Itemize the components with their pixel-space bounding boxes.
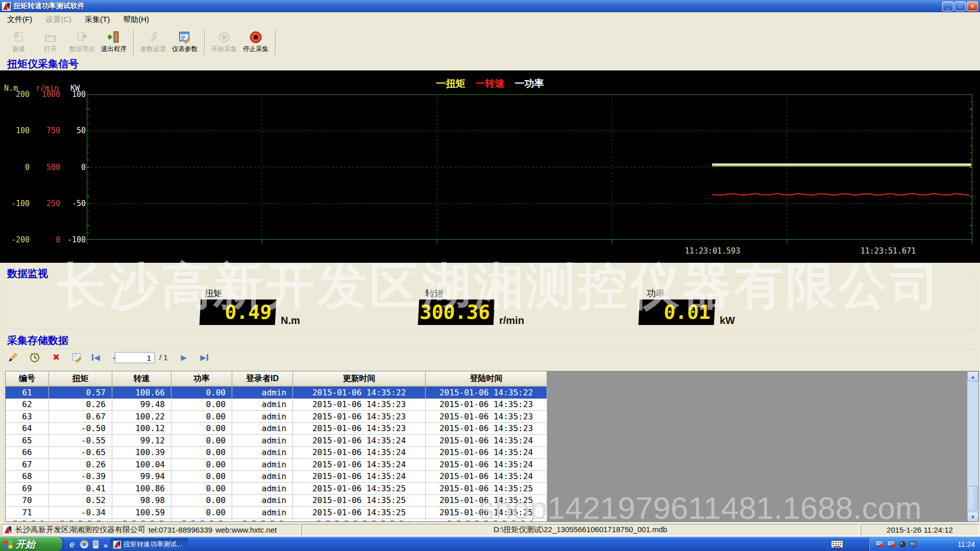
table-row[interactable]: 70 0.52 98.98 0.00 admin 2015-01-06 14:3… [6,495,547,507]
cell-power: 0.00 [172,423,232,435]
toolbar-button-label: 参数设置 [140,45,166,54]
menu-file[interactable]: 文件(F) [7,15,32,24]
app-window: 扭矩转速功率测试软件 _ □ ✕ 文件(F) 设置(C) 采集(T) 帮助(H)… [0,0,980,551]
quicklaunch-icon-2[interactable] [79,539,90,550]
new-button: 新建 [3,28,35,57]
status-company-panel: 长沙高新开发区湖湘测控仪器有限公司 tel:0731-88996339 web:… [1,524,300,536]
exit-door-icon [106,30,121,44]
next-page-button[interactable]: ▶ [178,351,190,363]
refresh-history-button[interactable] [29,351,41,363]
status-datetime: 2015-1-26 11:24:12 [887,525,953,534]
notepad-pencil-icon [71,352,82,363]
table-row[interactable]: 71 -0.34 100.59 0.00 admin 2015-01-06 14… [6,507,547,519]
speed-lcd-display: 300.36 [418,299,495,325]
table-row[interactable]: 63 0.67 100.22 0.00 admin 2015-01-06 14:… [6,411,547,423]
column-header[interactable]: 转速 [112,371,172,387]
partial-table-row [6,519,547,522]
taskbar: 开始 e » 扭矩转速功率测试... 11:24 [0,537,980,551]
display-tray-icon[interactable] [909,541,917,548]
power-lcd-display: 0.01 [639,299,716,325]
column-header[interactable]: 功率 [172,371,232,387]
table-row[interactable]: 67 0.26 100.04 0.00 admin 2015-01-06 14:… [6,459,547,471]
wrench-icon [145,30,161,44]
cell-torque: -0.65 [49,447,112,459]
cell-update-time: 2015-01-06 14:35:24 [293,471,426,483]
network-disconnected-icon[interactable] [887,540,896,548]
table-row[interactable]: 69 0.41 100.86 0.00 admin 2015-01-06 14:… [6,483,547,495]
menu-settings: 设置(C) [45,15,71,24]
scroll-down-icon[interactable]: ▼ [967,512,978,522]
column-header[interactable]: 编号 [6,371,49,387]
toolbar-button-label: 退出程序 [101,45,127,54]
scroll-up-icon[interactable]: ▲ [967,371,978,382]
vertical-scrollbar[interactable]: ▲ ▼ [967,371,978,521]
app-logo-icon [2,2,11,11]
scrollbar-thumb[interactable] [968,486,978,510]
cell-id: 67 [6,459,49,471]
cell-login-time: 2015-01-06 14:35:25 [426,495,547,507]
menu-help[interactable]: 帮助(H) [123,15,149,24]
speed-unit: r/min [499,315,524,327]
quicklaunch-overflow-chevron[interactable]: » [100,539,111,550]
ie-quicklaunch-icon[interactable]: e [66,539,78,550]
start-button[interactable]: 开始 [0,537,62,551]
toolbar-separator [204,30,205,55]
table-row[interactable]: 68 -0.39 99.94 0.00 admin 2015-01-06 14:… [6,471,547,483]
database-file-path: D:\扭矩仪测试\22_130556610601718750_001.mdb [494,525,667,535]
column-header[interactable]: 登陆时间 [426,371,547,387]
table-row[interactable]: 66 -0.65 100.39 0.00 admin 2015-01-06 14… [6,447,547,459]
column-header[interactable]: 更新时间 [293,371,426,387]
new-record-button[interactable] [70,351,83,363]
toolbar-separator [275,30,276,55]
cell-update-time: 2015-01-06 14:35:24 [293,459,426,471]
toolbar-button-label: 开始采集 [211,45,237,54]
language-keyboard-icon[interactable] [831,540,843,550]
page-number-input[interactable] [115,352,155,363]
cell-update-time: 2015-01-06 14:35:25 [293,507,426,519]
table-row[interactable]: 61 0.57 100.66 0.00 admin 2015-01-06 14:… [6,387,547,399]
cell-update-time: 2015-01-06 14:35:23 [293,411,426,423]
page-total-label: / 1 [159,353,168,362]
new-file-icon [11,30,27,44]
power-unit: kW [720,315,735,327]
cell-speed: 100.12 [112,423,172,435]
stop-capture-button[interactable]: 停止采集 [240,28,272,57]
edit-record-button[interactable] [7,351,19,363]
task-app-icon [113,541,121,548]
table-row[interactable]: 65 -0.55 99.12 0.00 admin 2015-01-06 14:… [6,435,547,447]
meter-params-button[interactable]: 仪表参数 [169,28,201,57]
grid-body: 61 0.57 100.66 0.00 admin 2015-01-06 14:… [6,387,547,522]
toolbar-button-label: 打开 [44,45,57,54]
table-row[interactable]: 64 -0.50 100.12 0.00 admin 2015-01-06 14… [6,423,547,435]
menu-capture[interactable]: 采集(T) [85,15,110,24]
cell-update-time: 2015-01-06 14:35:25 [293,495,426,507]
delete-record-button[interactable]: ✖ [50,351,62,363]
torque-unit: N.m [281,315,300,327]
volume-tray-icon[interactable] [899,541,906,548]
quicklaunch-icon-3[interactable] [90,539,101,550]
cell-id: 62 [6,399,49,411]
cell-user: admin [232,483,293,495]
toolbar: 新建 打开 数据导出 退出程序 参数设置 [0,27,980,57]
cell-user: admin [232,435,293,447]
cell-user: admin [232,411,293,423]
plot-area [87,94,972,240]
maximize-button[interactable]: □ [954,2,966,11]
cell-torque: 0.26 [49,399,112,411]
cell-login-time: 2015-01-06 14:35:22 [426,387,547,399]
cell-speed: 98.98 [112,495,172,507]
cell-user: admin [232,459,293,471]
minimize-button[interactable]: _ [942,2,953,11]
exit-program-button[interactable]: 退出程序 [98,28,130,57]
torque-display-label: 扭矩 [204,287,223,299]
table-row[interactable]: 62 0.26 99.48 0.00 admin 2015-01-06 14:3… [6,399,547,411]
column-header[interactable]: 登录者ID [232,371,293,387]
column-header[interactable]: 扭矩 [49,371,112,387]
cell-speed: 100.59 [112,507,172,519]
power-display-label: 功率 [647,287,665,299]
first-page-button[interactable]: ◀ [90,351,102,363]
close-button[interactable]: ✕ [967,2,978,11]
network-disconnected-icon[interactable] [875,540,884,548]
taskbar-app-button[interactable]: 扭矩转速功率测试... [110,538,188,550]
last-page-button[interactable]: ▶ [198,351,210,363]
